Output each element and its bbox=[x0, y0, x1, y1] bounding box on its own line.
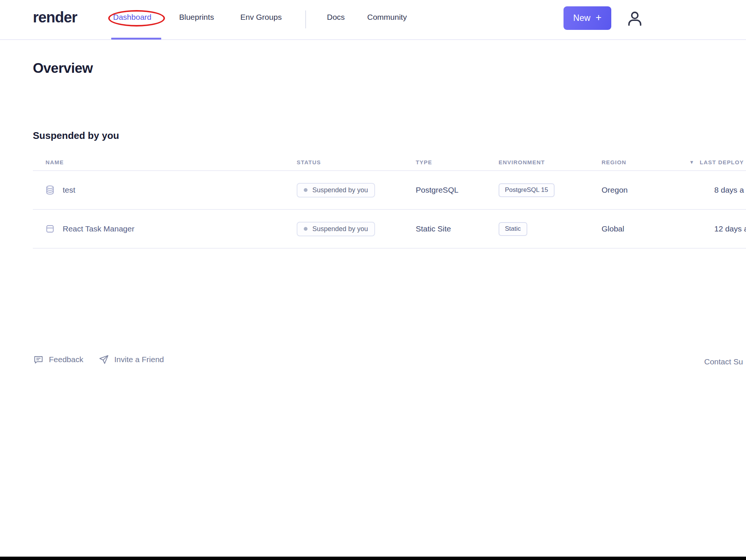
person-icon bbox=[624, 8, 646, 30]
status-cell: Suspended by you bbox=[297, 183, 416, 197]
last-deploy-cell: 8 days a bbox=[689, 186, 746, 195]
paper-plane-icon bbox=[98, 354, 109, 365]
type-cell: PostgreSQL bbox=[416, 186, 499, 195]
screen-edge-bar bbox=[0, 557, 746, 560]
environment-badge: Static bbox=[499, 222, 527, 236]
nav-item-dashboard[interactable]: Dashboard bbox=[113, 13, 152, 22]
column-header-name: NAME bbox=[33, 159, 297, 165]
nav-item-blueprints[interactable]: Blueprints bbox=[179, 13, 214, 22]
service-name-cell: React Task Manager bbox=[33, 224, 297, 234]
status-label: Suspended by you bbox=[312, 225, 368, 233]
footer-links: Feedback Invite a Friend bbox=[33, 354, 164, 365]
feedback-bubble-icon bbox=[33, 354, 44, 365]
nav-item-docs[interactable]: Docs bbox=[327, 13, 345, 22]
section-title-suspended-by-you: Suspended by you bbox=[33, 130, 119, 141]
invite-label: Invite a Friend bbox=[114, 355, 164, 364]
column-header-last-deploy-label: LAST DEPLOY bbox=[700, 159, 744, 165]
status-badge: Suspended by you bbox=[297, 222, 375, 236]
new-button-label: New bbox=[573, 13, 590, 23]
feedback-link[interactable]: Feedback bbox=[33, 354, 83, 365]
environment-badge: PostgreSQL 15 bbox=[499, 183, 555, 197]
column-header-last-deploy[interactable]: ▼ LAST DEPLOY bbox=[689, 159, 746, 165]
type-cell: Static Site bbox=[416, 224, 499, 233]
column-header-type: TYPE bbox=[416, 159, 499, 165]
service-name-cell: test bbox=[33, 185, 297, 195]
nav-divider bbox=[305, 10, 306, 28]
environment-cell: Static bbox=[499, 222, 602, 236]
table-header-row: NAME STATUS TYPE ENVIRONMENT REGION ▼ LA… bbox=[33, 154, 746, 171]
plus-icon: + bbox=[596, 12, 602, 24]
status-cell: Suspended by you bbox=[297, 222, 416, 236]
render-logo[interactable]: render bbox=[33, 9, 77, 26]
column-header-environment: ENVIRONMENT bbox=[499, 159, 602, 165]
invite-a-friend-link[interactable]: Invite a Friend bbox=[98, 354, 164, 365]
sort-descending-icon: ▼ bbox=[689, 159, 695, 165]
feedback-label: Feedback bbox=[49, 355, 83, 364]
column-header-status: STATUS bbox=[297, 159, 416, 165]
nav-item-community[interactable]: Community bbox=[367, 13, 407, 22]
page-title: Overview bbox=[33, 60, 93, 76]
static-site-icon bbox=[45, 224, 55, 234]
table-row[interactable]: test Suspended by you PostgreSQL Postgre… bbox=[33, 171, 746, 210]
new-button[interactable]: New + bbox=[564, 6, 611, 30]
services-table: NAME STATUS TYPE ENVIRONMENT REGION ▼ LA… bbox=[33, 154, 746, 249]
nav-item-env-groups[interactable]: Env Groups bbox=[240, 13, 282, 22]
last-deploy-cell: 12 days a bbox=[689, 224, 746, 233]
environment-cell: PostgreSQL 15 bbox=[499, 183, 602, 197]
status-dot-icon bbox=[304, 227, 308, 231]
status-label: Suspended by you bbox=[312, 186, 368, 194]
region-cell: Global bbox=[602, 224, 689, 233]
region-cell: Oregon bbox=[602, 186, 689, 195]
top-navigation-bar: render Dashboard Blueprints Env Groups D… bbox=[0, 0, 746, 40]
status-dot-icon bbox=[304, 188, 308, 192]
service-name-link[interactable]: React Task Manager bbox=[63, 224, 134, 233]
status-badge: Suspended by you bbox=[297, 183, 375, 197]
database-icon bbox=[45, 185, 55, 195]
column-header-region: REGION bbox=[602, 159, 689, 165]
active-tab-underline bbox=[111, 38, 161, 40]
contact-support-link[interactable]: Contact Su bbox=[704, 357, 743, 366]
service-name-link[interactable]: test bbox=[63, 186, 75, 195]
render-dashboard-page: render Dashboard Blueprints Env Groups D… bbox=[0, 0, 746, 560]
account-menu-button[interactable] bbox=[624, 8, 646, 30]
table-row[interactable]: React Task Manager Suspended by you Stat… bbox=[33, 210, 746, 249]
